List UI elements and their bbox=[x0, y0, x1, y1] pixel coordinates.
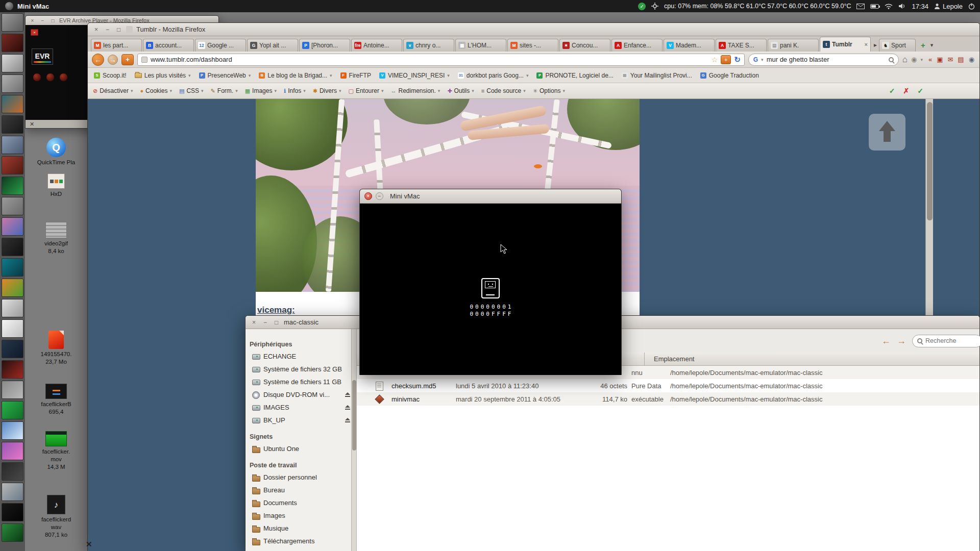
wifi-icon[interactable] bbox=[885, 3, 893, 9]
emulator-screen[interactable]: 00000001 0000FFFF bbox=[360, 204, 621, 375]
browser-tab[interactable]: A Enfance... bbox=[611, 39, 663, 52]
dock-window-thumbnail[interactable] bbox=[2, 503, 23, 521]
bookmark-item[interactable]: ▤ Your Mailinglist Provi... bbox=[622, 72, 692, 79]
clock[interactable]: 17:34 bbox=[912, 3, 928, 10]
bookmark-item[interactable]: 31 dorkbot paris Goog... ▾ bbox=[458, 72, 529, 79]
browser-tab[interactable]: fre Antoine... bbox=[351, 39, 402, 52]
bookmark-item[interactable]: B Le blog de la Brigad... ▾ bbox=[259, 72, 332, 79]
bookmark-item[interactable]: P PRONOTE, Logiciel de... bbox=[536, 72, 613, 79]
mail-icon[interactable] bbox=[856, 4, 865, 9]
desktop-icon[interactable]: faceflicker. mov 14,3 M bbox=[25, 431, 87, 471]
dock-window-thumbnail[interactable] bbox=[2, 483, 23, 501]
maximize-icon[interactable]: □ bbox=[49, 18, 57, 23]
search-box[interactable]: G ▾ bbox=[748, 54, 899, 66]
dock-window-thumbnail[interactable] bbox=[2, 54, 23, 72]
desktop-icon[interactable]: HxD bbox=[25, 173, 87, 198]
cross-icon[interactable]: ✗ bbox=[903, 87, 910, 95]
browser-tab[interactable]: V Madem... bbox=[664, 39, 715, 52]
bookmark-item[interactable]: Les plus visités ▾ bbox=[135, 72, 191, 79]
file-row[interactable]: checksum.md5 lundi 5 avril 2010 à 11:23:… bbox=[357, 379, 979, 392]
bookmark-item[interactable]: G Google Traduction bbox=[700, 72, 759, 79]
desktop-icon[interactable]: QuickTime Pla bbox=[25, 138, 87, 166]
close-icon[interactable]: × bbox=[92, 26, 100, 33]
browser-tab[interactable]: v chnry o... bbox=[403, 39, 454, 52]
addon-dropdown-icon[interactable]: ▾ bbox=[920, 57, 923, 62]
devbar-menu-item[interactable]: ℹ Infos ▾ bbox=[284, 87, 306, 94]
close-icon[interactable]: × bbox=[29, 18, 36, 23]
evr-record-button[interactable]: × bbox=[31, 29, 38, 36]
sidebar-place-item[interactable]: Périphériques bbox=[246, 339, 356, 350]
desktop-icon[interactable]: faceflickerd wav 807,1 ko bbox=[25, 495, 87, 539]
scoopit-share-button[interactable]: + bbox=[121, 54, 134, 65]
sidebar-place-item[interactable]: Vidéos bbox=[246, 547, 356, 551]
dock-window-thumbnail[interactable] bbox=[2, 197, 23, 215]
active-app-icon[interactable] bbox=[5, 2, 13, 10]
file-search-box[interactable] bbox=[912, 335, 980, 347]
tab-close-icon[interactable]: × bbox=[865, 41, 868, 47]
browser-tab[interactable]: ♞ Sport bbox=[879, 39, 916, 52]
back-icon[interactable]: ← bbox=[881, 336, 891, 346]
site-identity-icon[interactable] bbox=[141, 57, 148, 63]
dock-window-thumbnail[interactable] bbox=[2, 115, 23, 134]
addon-toolbar-icon[interactable]: ✉ bbox=[947, 56, 953, 63]
close-icon[interactable]: × bbox=[250, 319, 258, 326]
sidebar-place-item[interactable]: Système de fichiers 11 GB bbox=[246, 375, 356, 388]
system-monitor-text[interactable]: cpu: 07% mem: 08% 59.8°C 61.0°C 57.0°C 6… bbox=[664, 3, 851, 10]
user-menu[interactable]: Lepole bbox=[934, 3, 963, 10]
desktop-icon[interactable]: video2gif 8,4 ko bbox=[25, 222, 87, 255]
addon-toolbar-icon[interactable]: ▤ bbox=[958, 56, 964, 63]
browser-tab[interactable]: B account... bbox=[143, 39, 194, 52]
file-search-input[interactable] bbox=[925, 337, 971, 344]
devbar-menu-item[interactable]: ✱ Divers ▾ bbox=[313, 87, 341, 94]
minimize-icon[interactable]: − bbox=[376, 192, 383, 200]
dock-window-thumbnail[interactable] bbox=[2, 34, 23, 52]
scrollbar-thumb[interactable] bbox=[352, 380, 356, 450]
url-bar[interactable]: ☆ + ↻ bbox=[137, 54, 745, 66]
browser-tab[interactable]: t Tumblr × bbox=[820, 37, 871, 52]
sidebar-place-item[interactable]: Signets bbox=[246, 431, 356, 442]
sidebar-place-item[interactable]: Ubuntu One bbox=[246, 442, 356, 455]
dock-window-thumbnail[interactable] bbox=[2, 421, 23, 440]
gear-icon[interactable] bbox=[651, 3, 658, 10]
dock-window-thumbnail[interactable] bbox=[2, 401, 23, 419]
close-icon[interactable]: × bbox=[364, 192, 372, 200]
firefox-titlebar[interactable]: × − □ Tumblr - Mozilla Firefox bbox=[88, 23, 979, 36]
sidebar-place-item[interactable]: Musique bbox=[246, 522, 356, 535]
tab-list-dropdown-icon[interactable]: ▾ bbox=[930, 42, 934, 48]
devbar-menu-item[interactable]: ⊘ Désactiver ▾ bbox=[93, 87, 133, 94]
desktop-icon[interactable]: 149155470. 23,7 Mo bbox=[25, 331, 87, 366]
search-engine-icon[interactable]: G bbox=[753, 56, 758, 63]
check-icon[interactable]: ✓ bbox=[917, 87, 923, 95]
back-to-top-button[interactable] bbox=[869, 114, 905, 151]
eject-icon[interactable] bbox=[345, 392, 350, 397]
bookmark-item[interactable]: F FireFTP bbox=[340, 72, 371, 79]
dock-window-thumbnail[interactable] bbox=[2, 381, 23, 399]
dock-window-thumbnail[interactable] bbox=[2, 136, 23, 154]
dock-window-thumbnail[interactable] bbox=[2, 156, 23, 174]
reload-icon[interactable]: ↻ bbox=[734, 55, 741, 64]
evr-knob[interactable] bbox=[33, 73, 41, 82]
scrollbar-thumb[interactable] bbox=[927, 102, 933, 220]
post-author-link[interactable]: vicemag: bbox=[257, 305, 295, 315]
check-icon[interactable]: ✓ bbox=[889, 87, 895, 95]
devbar-menu-item[interactable]: ✚ Outils ▾ bbox=[447, 87, 474, 94]
search-input[interactable] bbox=[767, 56, 886, 63]
close-icon[interactable]: ✕ bbox=[30, 121, 34, 127]
file-row[interactable]: minivmac mardi 20 septembre 2011 à 4:05:… bbox=[357, 392, 979, 406]
sidebar-place-item[interactable]: Bureau bbox=[246, 484, 356, 496]
sidebar-place-item[interactable]: ECHANGE bbox=[246, 350, 356, 363]
dock-window-thumbnail[interactable] bbox=[2, 217, 23, 236]
dock-window-thumbnail[interactable] bbox=[2, 95, 23, 113]
browser-tab[interactable]: M sites -... bbox=[507, 39, 558, 52]
browser-tab[interactable]: ✶ Concou... bbox=[559, 39, 610, 52]
devbar-menu-item[interactable]: ≡ Code source ▾ bbox=[481, 87, 526, 94]
evr-knob[interactable] bbox=[59, 73, 68, 82]
tab-scroll-right-icon[interactable]: ▸ bbox=[874, 41, 877, 48]
sidebar-place-item[interactable]: Images bbox=[246, 509, 356, 522]
addon-ring-icon[interactable]: ◉ bbox=[911, 56, 917, 63]
addon-chip-icon[interactable]: + bbox=[721, 55, 731, 64]
minimize-icon[interactable]: − bbox=[104, 26, 111, 33]
bookmark-item[interactable]: S Scoop.it! bbox=[94, 72, 127, 79]
addon-toolbar-icon[interactable]: ◉ bbox=[969, 56, 974, 63]
dock-window-thumbnail[interactable] bbox=[2, 279, 23, 297]
